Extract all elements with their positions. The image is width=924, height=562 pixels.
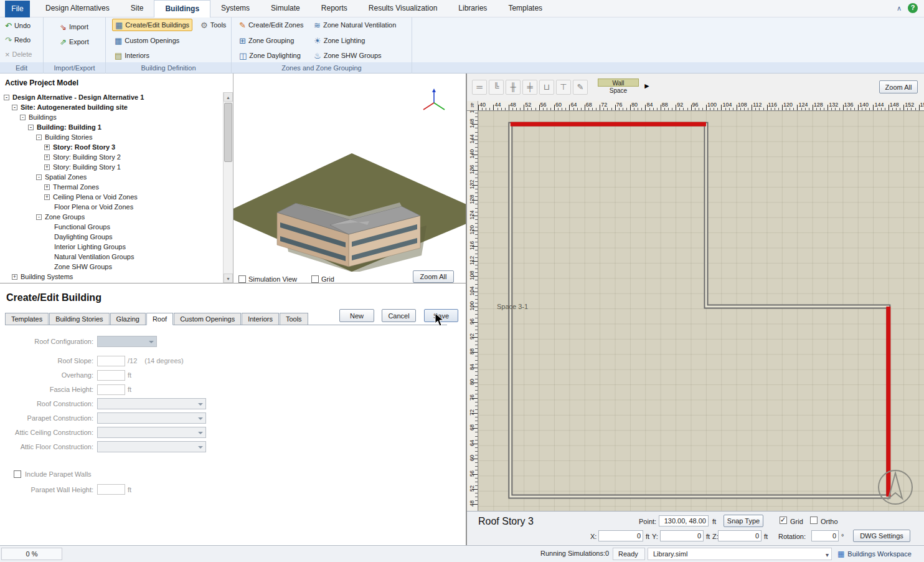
- plan-drawing[interactable]: [478, 111, 924, 511]
- point-input[interactable]: [659, 515, 709, 526]
- z-input[interactable]: [718, 530, 761, 541]
- y-input[interactable]: [660, 530, 704, 541]
- tree-item-story-roof-story-3[interactable]: +Story: Roof Story 3: [0, 142, 222, 152]
- tree-item-design-alternative-design-alternative-1[interactable]: -Design Alternative - Design Alternative…: [0, 92, 222, 102]
- tree-item-zone-shw-groups[interactable]: Zone SHW Groups: [0, 262, 222, 272]
- editor-tab-templates[interactable]: Templates: [5, 313, 49, 325]
- collapse-icon[interactable]: -: [36, 135, 42, 140]
- straight-wall-tool-icon[interactable]: ═: [472, 80, 487, 95]
- editor-tab-custom-openings[interactable]: Custom Openings: [174, 313, 241, 325]
- collapse-icon[interactable]: -: [36, 214, 42, 220]
- tree-item-interior-lighting-groups[interactable]: Interior Lighting Groups: [0, 242, 222, 252]
- tree-item-building-stories[interactable]: -Building Stories: [0, 132, 222, 142]
- include-parapet-walls-checkbox[interactable]: [14, 470, 21, 478]
- editor-tab-interiors[interactable]: Interiors: [242, 313, 279, 325]
- tree-item-building-systems[interactable]: +Building Systems: [0, 272, 222, 282]
- custom-openings-button[interactable]: ▦Custom Openings: [112, 34, 182, 47]
- editor-tab-glazing[interactable]: Glazing: [110, 313, 146, 325]
- tree-item-building-building-1[interactable]: -Building: Building 1: [0, 122, 222, 132]
- plan-canvas[interactable]: Space 3-1: [478, 111, 924, 511]
- tree-item-ceiling-plena-or-void-zones[interactable]: +Ceiling Plena or Void Zones: [0, 192, 222, 202]
- zone-lighting-button[interactable]: ☀Zone Lighting: [311, 34, 367, 47]
- collapse-icon[interactable]: -: [20, 115, 26, 120]
- chevron-down-icon[interactable]: ▾: [826, 550, 829, 561]
- ribbon-tab-results-visualization[interactable]: Results Visualization: [358, 0, 448, 17]
- space-label[interactable]: Space 3-1: [497, 303, 528, 310]
- zoom-all-button-plan[interactable]: Zoom All: [879, 80, 918, 93]
- expand-icon[interactable]: +: [44, 164, 50, 170]
- overhang-input[interactable]: [97, 370, 125, 381]
- zone-shw-groups-button[interactable]: ♨Zone SHW Groups: [311, 49, 384, 62]
- roof-configuration-select[interactable]: [97, 336, 157, 347]
- tree-item-functional-groups[interactable]: Functional Groups: [0, 222, 222, 232]
- zone-grouping-button[interactable]: ⊞Zone Grouping: [237, 34, 296, 47]
- editor-tab-roof[interactable]: Roof: [146, 313, 173, 325]
- tools-button[interactable]: ⚙Tools: [198, 19, 229, 31]
- collapse-icon[interactable]: -: [4, 95, 9, 100]
- tree-item-buildings[interactable]: -Buildings: [0, 112, 222, 122]
- ribbon-tab-buildings[interactable]: Buildings: [154, 0, 210, 17]
- zone-natural-ventilation-button[interactable]: ≋Zone Natural Ventilation: [311, 19, 398, 31]
- expand-icon[interactable]: +: [12, 274, 17, 280]
- grid-checkbox-3d[interactable]: [311, 275, 319, 283]
- active-layer-selector[interactable]: Wall Space: [598, 79, 639, 96]
- collapse-icon[interactable]: -: [12, 105, 17, 110]
- import-button[interactable]: ⇘Import: [57, 21, 91, 33]
- expand-icon[interactable]: +: [44, 184, 50, 190]
- scroll-down-icon[interactable]: ▼: [224, 274, 233, 283]
- file-tab[interactable]: File: [5, 1, 30, 17]
- ribbon-tab-site[interactable]: Site: [120, 0, 154, 17]
- interiors-button[interactable]: ▤Interiors: [112, 49, 152, 62]
- collapse-icon[interactable]: -: [28, 125, 34, 130]
- ortho-checkbox[interactable]: [810, 517, 818, 524]
- simulation-view-checkbox[interactable]: [238, 275, 246, 283]
- ribbon-tab-systems[interactable]: Systems: [210, 0, 260, 17]
- 3d-viewport[interactable]: Simulation View Grid Zoom All: [233, 74, 467, 283]
- tree-scrollbar[interactable]: ▲ ▼: [223, 92, 233, 283]
- attic-floor-construction-select[interactable]: [97, 441, 206, 452]
- x-input[interactable]: [598, 530, 643, 541]
- roof-construction-select[interactable]: [97, 398, 206, 409]
- expand-icon[interactable]: +: [44, 155, 50, 160]
- scroll-thumb[interactable]: [224, 103, 232, 162]
- layer-next-arrow-icon[interactable]: ►: [643, 82, 651, 90]
- opening-tool-icon[interactable]: ⊤: [556, 80, 571, 95]
- ribbon-tab-simulate[interactable]: Simulate: [260, 0, 311, 17]
- scroll-up-icon[interactable]: ▲: [224, 92, 233, 102]
- roof-slope-input[interactable]: [97, 356, 125, 366]
- create-edit-buildings-button[interactable]: ▦Create/Edit Buildings: [112, 19, 192, 31]
- collapse-icon[interactable]: -: [36, 174, 42, 180]
- workspace-indicator[interactable]: ▦ Buildings Workspace: [837, 550, 912, 558]
- help-icon[interactable]: ?: [908, 3, 918, 13]
- draw-wall-tool-icon[interactable]: ✎: [573, 80, 588, 95]
- expand-icon[interactable]: +: [44, 194, 50, 200]
- delete-button[interactable]: ×Delete: [2, 48, 34, 60]
- fascia-height-input[interactable]: [97, 384, 125, 395]
- editor-tab-building-stories[interactable]: Building Stories: [49, 313, 109, 325]
- create-edit-zones-button[interactable]: ✎Create/Edit Zones: [237, 19, 306, 31]
- double-wall-tool-icon[interactable]: ╫: [506, 80, 521, 95]
- editor-tab-tools[interactable]: Tools: [280, 313, 308, 325]
- window-tool-icon[interactable]: ╪: [522, 80, 537, 95]
- snap-type-button[interactable]: Snap Type: [724, 515, 763, 527]
- zoom-all-button-3d[interactable]: Zoom All: [413, 270, 454, 283]
- tree-item-zone-groups[interactable]: -Zone Groups: [0, 212, 222, 222]
- dwg-settings-button[interactable]: DWG Settings: [853, 530, 910, 542]
- ribbon-tab-templates[interactable]: Templates: [497, 0, 553, 17]
- ribbon-tab-reports[interactable]: Reports: [311, 0, 358, 17]
- layer-wall[interactable]: Wall: [598, 79, 639, 87]
- grid-toggle-3d[interactable]: Grid: [311, 275, 334, 283]
- parapet-construction-select[interactable]: [97, 412, 206, 424]
- parapet-wall-height-input[interactable]: [97, 484, 125, 495]
- expand-icon[interactable]: +: [44, 145, 50, 150]
- export-button[interactable]: ⇗Export: [57, 36, 92, 48]
- tree-item-story-building-story-2[interactable]: +Story: Building Story 2: [0, 152, 222, 162]
- zone-daylighting-button[interactable]: ◫Zone Daylighting: [237, 49, 303, 62]
- door-tool-icon[interactable]: ⊔: [539, 80, 554, 95]
- undo-button[interactable]: ↶Undo: [2, 19, 33, 32]
- tree-item-thermal-zones[interactable]: +Thermal Zones: [0, 182, 222, 192]
- collapse-ribbon-icon[interactable]: ∧: [897, 4, 902, 12]
- tree-item-story-building-story-1[interactable]: +Story: Building Story 1: [0, 162, 222, 172]
- tree-item-floor-plena-or-void-zones[interactable]: Floor Plena or Void Zones: [0, 202, 222, 212]
- grid-checkbox-plan[interactable]: [780, 517, 787, 524]
